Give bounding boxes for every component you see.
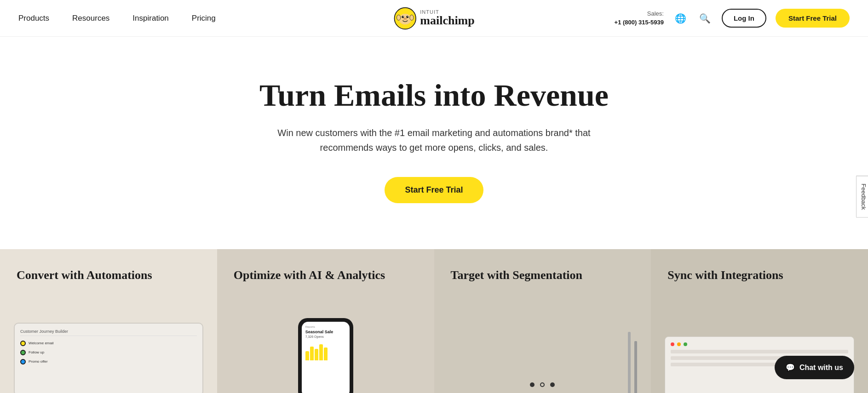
tablet-icon-2 bbox=[20, 350, 26, 355]
nav-left: Products Resources Inspiration Pricing bbox=[18, 14, 216, 23]
feature-title-segmentation: Target with Segmentation bbox=[451, 268, 635, 283]
nav-item-products[interactable]: Products bbox=[18, 14, 49, 23]
device-line-1 bbox=[671, 350, 848, 353]
feature-title-integrations: Sync with Integrations bbox=[667, 268, 851, 283]
feedback-tab[interactable]: Feedback bbox=[856, 176, 868, 217]
tablet-mockup: Customer Journey Builder Welcome email F… bbox=[14, 323, 203, 393]
globe-icon: 🌐 bbox=[675, 13, 686, 24]
chat-widget[interactable]: 💬 Chat with us bbox=[775, 356, 854, 379]
phone-screen: Reports Seasonal Sale 7,326 Opens bbox=[302, 322, 350, 393]
segmentation-decoration bbox=[628, 332, 637, 393]
feature-card-segmentation: Target with Segmentation bbox=[434, 249, 651, 393]
feature-title-ai-analytics: Optimize with AI & Analytics bbox=[234, 268, 418, 283]
phone-mockup: Reports Seasonal Sale 7,326 Opens bbox=[298, 318, 353, 393]
logo[interactable]: intuit mailchimp bbox=[393, 7, 474, 30]
svg-point-10 bbox=[409, 15, 413, 20]
tablet-screen: Customer Journey Builder Welcome email F… bbox=[14, 323, 203, 393]
features-section: Convert with Automations Customer Journe… bbox=[0, 249, 868, 393]
phone-reports-label: Reports bbox=[305, 325, 346, 328]
search-button[interactable]: 🔍 bbox=[697, 11, 713, 26]
mailchimp-monkey-icon bbox=[393, 7, 416, 30]
device-line-2 bbox=[671, 356, 795, 360]
hero-subtitle: Win new customers with the #1 email mark… bbox=[255, 125, 614, 155]
svg-point-8 bbox=[405, 18, 407, 19]
svg-point-9 bbox=[397, 15, 400, 20]
navbar: Products Resources Inspiration Pricing bbox=[0, 0, 868, 37]
dot-green bbox=[684, 342, 687, 346]
dot-yellow bbox=[677, 342, 681, 346]
tablet-row-text-2: Follow up bbox=[29, 350, 44, 354]
sales-phone: +1 (800) 315-5939 bbox=[615, 19, 664, 26]
dot-red bbox=[671, 342, 674, 346]
feedback-label: Feedback bbox=[860, 183, 867, 210]
feature-card-ai-analytics: Optimize with AI & Analytics Reports Sea… bbox=[217, 249, 434, 393]
tablet-app-name: Customer Journey Builder bbox=[20, 329, 68, 334]
search-icon: 🔍 bbox=[699, 13, 711, 24]
sales-label: Sales: bbox=[647, 10, 664, 17]
circle-filled-2 bbox=[550, 382, 555, 387]
svg-point-3 bbox=[406, 16, 408, 18]
phone-opens-count: 7,326 Opens bbox=[305, 335, 346, 338]
phone-screen-container: Reports Seasonal Sale 7,326 Opens bbox=[298, 318, 353, 393]
tablet-row-text-1: Welcome email bbox=[29, 341, 54, 345]
tablet-row-3: Promo offer bbox=[20, 357, 197, 366]
nav-item-resources[interactable]: Resources bbox=[72, 14, 109, 23]
circle-filled bbox=[530, 382, 535, 387]
hero-section: Turn Emails into Revenue Win new custome… bbox=[0, 37, 868, 249]
svg-point-2 bbox=[402, 16, 404, 18]
circle-outlined bbox=[540, 382, 545, 387]
nav-item-inspiration[interactable]: Inspiration bbox=[132, 14, 168, 23]
nav-right: Sales: +1 (800) 315-5939 🌐 🔍 Log In Star… bbox=[615, 9, 850, 28]
tablet-icon-1 bbox=[20, 341, 26, 346]
hero-title: Turn Emails into Revenue bbox=[18, 78, 850, 113]
tablet-screen-header: Customer Journey Builder bbox=[20, 329, 197, 336]
tablet-icon-3 bbox=[20, 359, 26, 365]
svg-point-5 bbox=[407, 16, 408, 17]
phone-campaign-name: Seasonal Sale bbox=[305, 330, 346, 334]
chat-label: Chat with us bbox=[799, 364, 843, 372]
nav-item-pricing[interactable]: Pricing bbox=[192, 14, 216, 23]
ruler-icon-2 bbox=[634, 341, 637, 393]
sales-info: Sales: +1 (800) 315-5939 bbox=[615, 10, 664, 26]
logo-mailchimp-label: mailchimp bbox=[420, 15, 474, 27]
chat-bubble-icon: 💬 bbox=[786, 363, 795, 372]
device-dots bbox=[671, 342, 848, 346]
svg-point-6 bbox=[403, 17, 407, 20]
circle-decoration bbox=[530, 382, 555, 387]
svg-point-4 bbox=[402, 16, 403, 17]
tablet-row-1: Welcome email bbox=[20, 339, 197, 348]
start-free-trial-nav-button[interactable]: Start Free Trial bbox=[776, 9, 850, 28]
feature-card-automations: Convert with Automations Customer Journe… bbox=[0, 249, 217, 393]
login-button[interactable]: Log In bbox=[722, 9, 766, 28]
ruler-icon bbox=[628, 332, 631, 393]
logo-text: intuit mailchimp bbox=[420, 10, 474, 27]
phone-chart bbox=[305, 342, 346, 360]
start-free-trial-hero-button[interactable]: Start Free Trial bbox=[385, 177, 483, 203]
feature-title-automations: Convert with Automations bbox=[17, 268, 201, 283]
tablet-row-2: Follow up bbox=[20, 348, 197, 357]
tablet-row-text-3: Promo offer bbox=[29, 359, 48, 364]
globe-button[interactable]: 🌐 bbox=[673, 11, 688, 26]
svg-point-7 bbox=[403, 18, 405, 19]
